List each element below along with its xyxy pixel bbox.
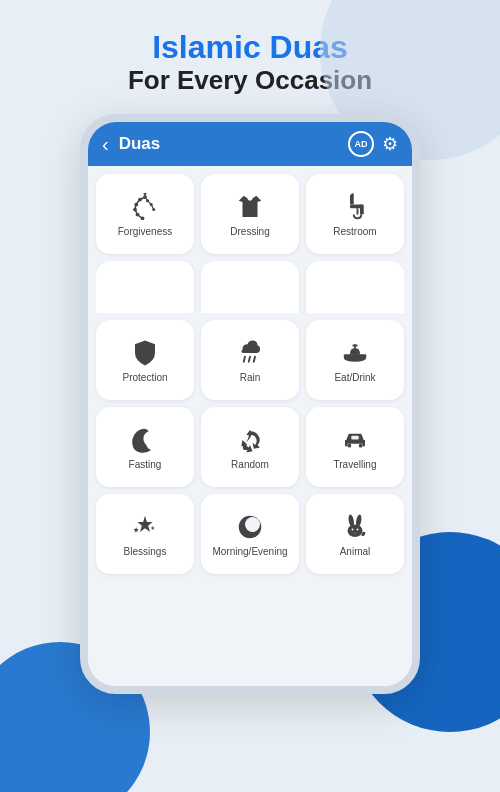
faucet-icon [340, 192, 370, 222]
svg-point-27 [359, 444, 363, 448]
svg-rect-9 [350, 195, 354, 205]
svg-line-20 [249, 357, 250, 362]
grid-item-travelling[interactable]: Travelling [306, 407, 404, 487]
grid-row-4: Fasting Random [96, 407, 404, 487]
moon-face-icon [235, 512, 265, 542]
svg-rect-11 [360, 205, 364, 215]
travelling-label: Travelling [334, 459, 377, 471]
grid-item-morning-evening[interactable]: Morning/Evening [201, 494, 299, 574]
food-icon [340, 338, 370, 368]
blessings-label: Blessings [124, 546, 167, 558]
svg-point-34 [348, 525, 363, 538]
crescent-icon [130, 425, 160, 455]
protection-label: Protection [122, 372, 167, 384]
forgiveness-label: Forgiveness [118, 226, 172, 238]
phone-inner: ‹ Duas AD ⚙ [88, 122, 412, 686]
svg-point-26 [348, 444, 352, 448]
grid-item-blessings[interactable]: Blessings [96, 494, 194, 574]
eat-drink-label: Eat/Drink [334, 372, 375, 384]
grid-item-dressing[interactable]: Dressing [201, 174, 299, 254]
recycle-icon [235, 425, 265, 455]
grid-item-animal[interactable]: Animal [306, 494, 404, 574]
grid-item-random[interactable]: Random [201, 407, 299, 487]
grid-scroll: Forgiveness Dressing [88, 166, 412, 686]
grid-row-1: Forgiveness Dressing [96, 174, 404, 254]
grid-item-rain[interactable]: Rain [201, 320, 299, 400]
phone-mockup: ‹ Duas AD ⚙ [80, 114, 420, 694]
svg-line-19 [244, 357, 245, 362]
grid-row-5: Blessings Morning/Evening [96, 494, 404, 574]
grid-item-forgiveness[interactable]: Forgiveness [96, 174, 194, 254]
fasting-label: Fasting [129, 459, 162, 471]
rain-icon [235, 338, 265, 368]
morning-evening-label: Morning/Evening [212, 546, 287, 558]
svg-point-12 [351, 194, 354, 197]
shield-icon [130, 338, 160, 368]
rain-label: Rain [240, 372, 261, 384]
rosary-icon [130, 192, 160, 222]
svg-marker-31 [151, 526, 155, 530]
svg-line-21 [254, 357, 255, 362]
random-label: Random [231, 459, 269, 471]
app-bar: ‹ Duas AD ⚙ [88, 122, 412, 166]
grid-item-partial-a[interactable] [96, 261, 194, 313]
rabbit-icon [340, 512, 370, 542]
gear-icon[interactable]: ⚙ [382, 133, 398, 155]
grid-item-partial-b[interactable] [201, 261, 299, 313]
grid-item-fasting[interactable]: Fasting [96, 407, 194, 487]
svg-rect-28 [351, 436, 359, 440]
restroom-label: Restroom [333, 226, 376, 238]
svg-point-33 [245, 517, 260, 532]
svg-point-37 [352, 529, 354, 531]
grid-item-eat-drink[interactable]: Eat/Drink [306, 320, 404, 400]
svg-rect-23 [344, 355, 367, 359]
car-icon [340, 425, 370, 455]
back-button[interactable]: ‹ [102, 133, 109, 156]
animal-label: Animal [340, 546, 371, 558]
ad-badge[interactable]: AD [348, 131, 374, 157]
shirt-icon [235, 192, 265, 222]
grid-row-2-partial [96, 261, 404, 313]
svg-point-38 [357, 529, 359, 531]
grid-item-partial-c[interactable] [306, 261, 404, 313]
stars-icon [130, 512, 160, 542]
app-bar-icons: AD ⚙ [348, 131, 398, 157]
svg-marker-30 [134, 527, 139, 533]
svg-marker-29 [138, 516, 153, 532]
grid-item-protection[interactable]: Protection [96, 320, 194, 400]
dressing-label: Dressing [230, 226, 269, 238]
app-bar-title: Duas [119, 134, 348, 154]
grid-row-3: Protection Rain [96, 320, 404, 400]
svg-point-39 [353, 532, 358, 535]
grid-item-restroom[interactable]: Restroom [306, 174, 404, 254]
